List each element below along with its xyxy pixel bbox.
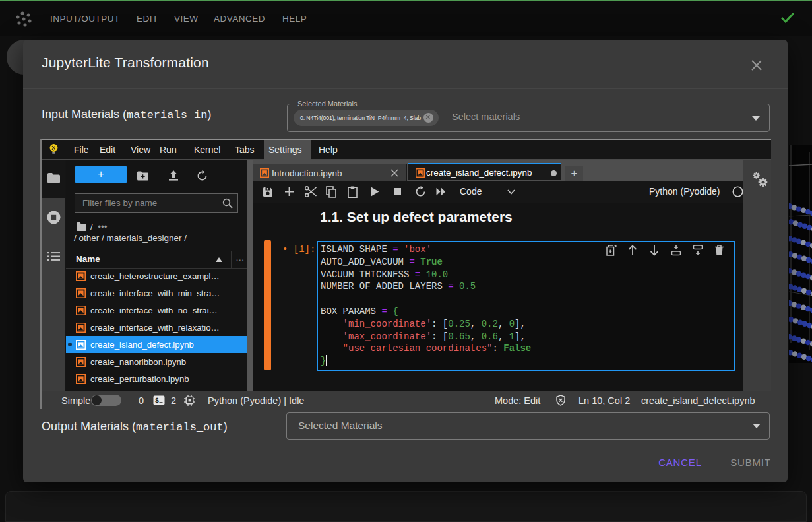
svg-text:$: $ <box>155 397 159 405</box>
